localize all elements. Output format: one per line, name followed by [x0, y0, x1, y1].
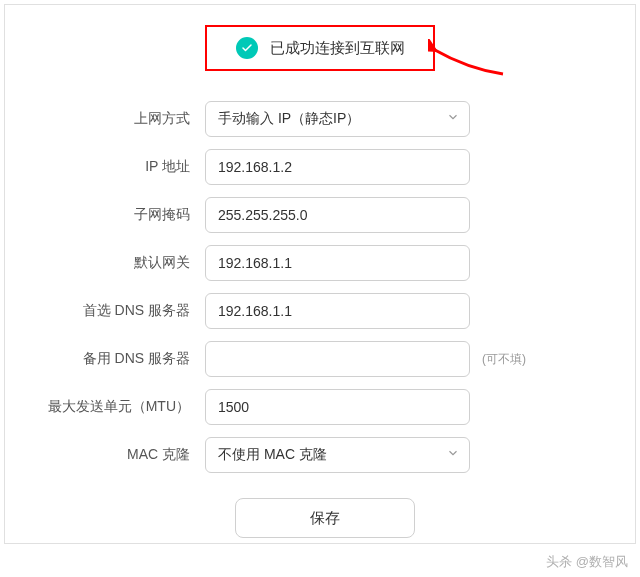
input-secondary-dns[interactable]	[205, 341, 470, 377]
label-mac-clone: MAC 克隆	[35, 446, 205, 464]
hint-secondary-dns: (可不填)	[482, 351, 526, 368]
select-mac-clone[interactable]: 不使用 MAC 克隆	[205, 437, 470, 473]
status-text: 已成功连接到互联网	[270, 39, 405, 58]
row-mac-clone: MAC 克隆 不使用 MAC 克隆	[35, 437, 605, 473]
label-secondary-dns: 备用 DNS 服务器	[35, 350, 205, 368]
row-ip-address: IP 地址	[35, 149, 605, 185]
row-connection-method: 上网方式 手动输入 IP（静态IP）	[35, 101, 605, 137]
settings-panel: 已成功连接到互联网 上网方式 手动输入 IP（静态IP） IP 地址 子网掩码 …	[4, 4, 636, 544]
label-mtu: 最大发送单元（MTU）	[35, 398, 205, 416]
row-default-gateway: 默认网关	[35, 245, 605, 281]
input-primary-dns[interactable]	[205, 293, 470, 329]
watermark-text: 头杀 @数智风	[546, 553, 628, 571]
input-mtu[interactable]	[205, 389, 470, 425]
connection-status-banner: 已成功连接到互联网	[205, 25, 435, 71]
arrow-annotation-icon	[428, 39, 508, 79]
row-subnet-mask: 子网掩码	[35, 197, 605, 233]
label-subnet-mask: 子网掩码	[35, 206, 205, 224]
input-ip-address[interactable]	[205, 149, 470, 185]
row-secondary-dns: 备用 DNS 服务器 (可不填)	[35, 341, 605, 377]
input-subnet-mask[interactable]	[205, 197, 470, 233]
select-connection-method[interactable]: 手动输入 IP（静态IP）	[205, 101, 470, 137]
label-default-gateway: 默认网关	[35, 254, 205, 272]
label-ip-address: IP 地址	[35, 158, 205, 176]
input-default-gateway[interactable]	[205, 245, 470, 281]
save-button[interactable]: 保存	[235, 498, 415, 538]
row-mtu: 最大发送单元（MTU）	[35, 389, 605, 425]
row-primary-dns: 首选 DNS 服务器	[35, 293, 605, 329]
label-connection-method: 上网方式	[35, 110, 205, 128]
check-icon	[236, 37, 258, 59]
label-primary-dns: 首选 DNS 服务器	[35, 302, 205, 320]
